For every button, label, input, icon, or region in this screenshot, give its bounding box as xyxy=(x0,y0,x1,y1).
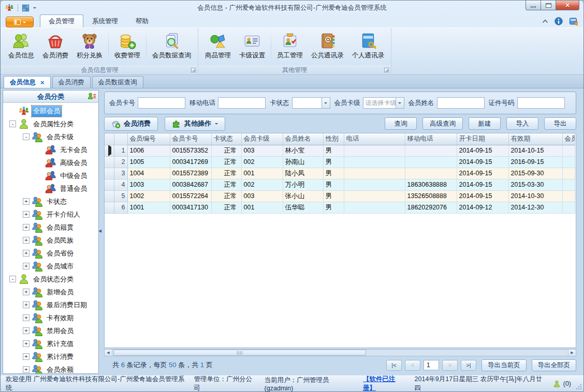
tree-item[interactable]: +卡有效期 xyxy=(3,311,98,324)
expand-icon[interactable]: + xyxy=(23,224,30,231)
export-button[interactable]: 导出 xyxy=(544,117,576,130)
ribbon-button[interactable]: 商品管理 xyxy=(201,29,235,65)
page-number-input[interactable]: 1 xyxy=(424,360,439,370)
category-manage-icon[interactable] xyxy=(87,92,96,101)
column-header[interactable]: 性别 xyxy=(323,133,344,145)
horizontal-scrollbar[interactable]: ◀ ▶ xyxy=(104,349,576,356)
tree-item[interactable]: +会员省份 xyxy=(3,247,98,260)
member-name-input[interactable] xyxy=(437,97,485,109)
tree-item[interactable]: 全部会员 xyxy=(3,104,98,117)
window-layout-icon[interactable] xyxy=(22,4,30,12)
member-consume-button[interactable]: 会员消费 xyxy=(104,117,158,131)
table-row[interactable]: 110060015573352正常003林小宝男2014-09-152014-1… xyxy=(105,145,575,156)
cert-no-input[interactable] xyxy=(517,97,565,109)
expand-icon[interactable]: + xyxy=(23,366,30,373)
tree-item[interactable]: +累计消费 xyxy=(3,350,98,363)
expand-icon[interactable]: + xyxy=(23,237,30,244)
tree-item[interactable]: +卡状态 xyxy=(3,195,98,208)
tree-item[interactable]: +最后消费日期 xyxy=(3,298,98,311)
expand-icon[interactable]: - xyxy=(9,120,16,127)
table-row[interactable]: 310040015572389正常001陆小凤男2014-09-152015-0… xyxy=(105,168,575,179)
tree-item[interactable]: -会员属性分类 xyxy=(3,117,98,130)
ribbon-button[interactable]: 个人通讯录 xyxy=(348,29,389,65)
expand-icon[interactable]: + xyxy=(23,289,30,295)
export-current-page-button[interactable]: 导出当前页 xyxy=(481,359,527,371)
scroll-right-icon[interactable]: ▶ xyxy=(568,350,576,356)
resize-grip[interactable] xyxy=(576,384,582,390)
ribbon-button[interactable]: 收费管理 xyxy=(110,29,144,65)
table-row[interactable]: 210050003417269正常002孙南山男2014-09-152016-0… xyxy=(105,156,575,168)
expand-icon[interactable]: + xyxy=(23,314,30,321)
card-level-select[interactable]: 请选择卡级 xyxy=(363,97,404,109)
dialog-launcher-icon[interactable] xyxy=(384,68,389,72)
application-menu-button[interactable] xyxy=(6,17,34,27)
document-tab[interactable]: 会员数据查询 xyxy=(92,76,143,88)
column-header[interactable]: 会员卡级 xyxy=(241,133,283,145)
ribbon-button[interactable]: 公共通讯录 xyxy=(307,29,348,65)
column-header[interactable]: 有效期 xyxy=(508,133,562,145)
expand-icon[interactable]: - xyxy=(23,133,30,140)
column-header[interactable]: 会员卡号 xyxy=(170,133,211,145)
tree-item[interactable]: -会员状态分类 xyxy=(3,273,98,285)
table-row[interactable]: 510020015572264正常003张小山男135265088882014-… xyxy=(105,190,575,202)
expand-icon[interactable]: + xyxy=(23,301,30,308)
expand-icon[interactable]: + xyxy=(23,263,30,269)
collapse-panel-icon[interactable]: ◀ xyxy=(98,229,101,233)
advanced-query-button[interactable]: 高级查询 xyxy=(422,117,463,130)
member-card-no-input[interactable] xyxy=(138,97,185,109)
tree-item[interactable]: +会员城市 xyxy=(3,260,98,273)
expand-icon[interactable]: + xyxy=(23,353,30,360)
tree-item[interactable]: 高级会员 xyxy=(3,156,98,169)
chevron-down-icon[interactable] xyxy=(322,98,330,108)
tree-item[interactable]: +会员余额 xyxy=(3,363,98,373)
mail-icon[interactable] xyxy=(569,17,578,26)
export-all-pages-button[interactable]: 导出全部页 xyxy=(532,359,577,371)
software-registered-link[interactable]: 【软件已注册】 xyxy=(363,375,407,392)
previous-page-button[interactable]: < xyxy=(405,360,420,371)
other-operations-button[interactable]: 其他操作 xyxy=(165,117,225,131)
ribbon-button[interactable]: 积分兑换 xyxy=(72,29,107,65)
last-page-button[interactable]: >| xyxy=(461,360,476,371)
minimize-button[interactable] xyxy=(525,1,541,10)
ribbon-button[interactable]: 卡级设置 xyxy=(235,29,269,65)
import-button[interactable]: 导入 xyxy=(506,117,538,130)
dialog-launcher-icon[interactable] xyxy=(191,68,196,72)
column-header[interactable]: 开卡日期 xyxy=(457,133,508,145)
tree-item[interactable]: 无卡会员 xyxy=(3,143,98,156)
expand-icon[interactable]: + xyxy=(23,250,30,257)
tree-item[interactable]: +禁用会员 xyxy=(3,324,98,337)
chevron-down-icon[interactable] xyxy=(396,98,404,108)
query-button[interactable]: 查询 xyxy=(385,117,417,130)
tree-item[interactable]: +新增会员 xyxy=(3,285,98,298)
expand-icon[interactable]: + xyxy=(23,198,30,205)
ribbon-button[interactable]: 会员信息 xyxy=(4,29,38,65)
info-icon[interactable] xyxy=(554,17,563,25)
table-row[interactable]: 610010003417130正常001伍华聪男186202920762014-… xyxy=(105,202,575,213)
tree-item[interactable]: +开卡介绍人 xyxy=(3,208,98,221)
ribbon-button[interactable]: 员工管理 xyxy=(273,29,307,65)
table-row[interactable]: 410030003842687正常002万小明男186306388882014-… xyxy=(105,179,575,190)
chevron-down-icon[interactable] xyxy=(33,7,36,10)
mobile-phone-input[interactable] xyxy=(218,97,266,109)
tree-item[interactable]: +会员籍贯 xyxy=(3,221,98,234)
new-button[interactable]: 新建 xyxy=(469,117,501,130)
expand-icon[interactable]: + xyxy=(23,211,30,218)
next-page-button[interactable]: > xyxy=(442,360,458,371)
tree-item[interactable]: +累计充值 xyxy=(3,337,98,350)
document-tab[interactable]: 会员消费 xyxy=(52,76,91,88)
column-header[interactable]: 电话 xyxy=(344,133,405,145)
tree-item[interactable]: +会员民族 xyxy=(3,234,98,247)
maximize-button[interactable] xyxy=(541,1,556,10)
tree-item[interactable]: 普通会员 xyxy=(3,182,98,195)
column-header[interactable]: 会员 xyxy=(562,133,575,145)
tree-item[interactable]: -会员卡级 xyxy=(3,130,98,143)
scrollbar-thumb[interactable] xyxy=(113,350,366,356)
column-header[interactable]: 卡状态 xyxy=(211,133,241,145)
first-page-button[interactable]: |< xyxy=(386,360,402,371)
column-header[interactable]: 会员姓名 xyxy=(283,133,323,145)
expand-icon[interactable]: - xyxy=(9,276,16,282)
collapse-ribbon-icon[interactable] xyxy=(542,19,548,23)
expand-icon[interactable]: + xyxy=(23,327,30,334)
expand-icon[interactable]: + xyxy=(23,340,30,347)
close-tab-icon[interactable]: × xyxy=(40,79,45,86)
